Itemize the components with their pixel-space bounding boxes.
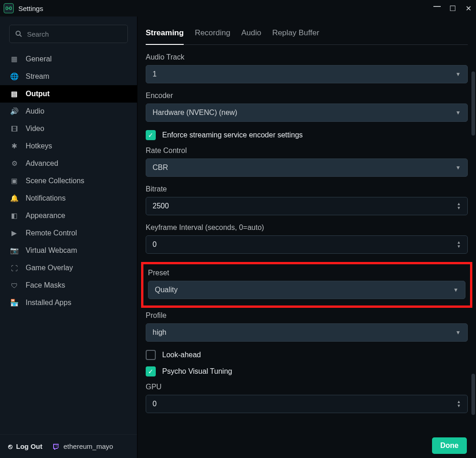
sidebar-item-label: Face Masks bbox=[26, 281, 65, 289]
close-button[interactable]: ✕ bbox=[464, 4, 472, 13]
user-chip[interactable]: ethereum_mayo bbox=[52, 442, 113, 450]
preset-highlight: Preset Quality ▼ bbox=[141, 262, 472, 308]
sidebar-item-audio[interactable]: 🔊Audio bbox=[0, 103, 137, 120]
sidebar-item-label: Notifications bbox=[26, 194, 66, 202]
sidebar-item-notifications[interactable]: 🔔Notifications bbox=[0, 190, 137, 207]
twitch-icon bbox=[52, 443, 60, 450]
audio-track-select[interactable]: 1 ▼ bbox=[146, 65, 468, 83]
sidebar-item-virtual-webcam[interactable]: 📷Virtual Webcam bbox=[0, 242, 137, 259]
gpu-value[interactable] bbox=[153, 400, 457, 408]
sidebar-item-advanced[interactable]: ⚙Advanced bbox=[0, 155, 137, 172]
tab-recording[interactable]: Recording bbox=[195, 25, 230, 44]
sidebar-item-scene-collections[interactable]: ▣Scene Collections bbox=[0, 172, 137, 190]
mask-icon: 🛡 bbox=[9, 282, 19, 289]
keyframe-input[interactable]: ▲▼ bbox=[146, 235, 468, 254]
play-icon: ▶ bbox=[9, 229, 19, 237]
film-icon: 🎞 bbox=[9, 125, 19, 133]
enforce-checkbox[interactable]: ✓ bbox=[146, 130, 156, 140]
encoder-select[interactable]: Hardware (NVENC) (new) ▼ bbox=[146, 104, 468, 122]
tab-audio[interactable]: Audio bbox=[241, 25, 261, 44]
sidebar-item-game-overlay[interactable]: ⛶Game Overlay bbox=[0, 259, 137, 277]
select-value: CBR bbox=[153, 164, 168, 172]
scrollbar-thumb[interactable] bbox=[471, 71, 475, 136]
bitrate-label: Bitrate bbox=[146, 185, 468, 193]
sidebar-item-label: Output bbox=[26, 90, 49, 98]
sidebar-item-video[interactable]: 🎞Video bbox=[0, 120, 137, 137]
globe-icon: 🌐 bbox=[9, 72, 19, 81]
logout-button[interactable]: ⎋ Log Out bbox=[8, 442, 42, 450]
lookahead-label: Look-ahead bbox=[162, 351, 201, 359]
search-input-wrap[interactable] bbox=[9, 25, 128, 43]
chip-icon: ▤ bbox=[9, 90, 19, 98]
window-title: Settings bbox=[18, 5, 43, 12]
done-button[interactable]: Done bbox=[432, 437, 467, 454]
sidebar-item-label: Remote Control bbox=[26, 229, 77, 237]
grid-icon: ▦ bbox=[9, 55, 19, 63]
sidebar-item-label: Video bbox=[26, 125, 44, 133]
sidebar-item-face-masks[interactable]: 🛡Face Masks bbox=[0, 277, 137, 294]
spinner-icon[interactable]: ▲▼ bbox=[457, 240, 461, 249]
gear-icon: ✱ bbox=[9, 142, 19, 150]
sidebar-item-label: Scene Collections bbox=[26, 177, 84, 185]
tab-streaming[interactable]: Streaming bbox=[146, 25, 184, 45]
select-value: 1 bbox=[153, 70, 157, 78]
search-icon bbox=[15, 30, 22, 38]
spinner-icon[interactable]: ▲▼ bbox=[457, 202, 461, 210]
palette-icon: ◧ bbox=[9, 212, 19, 220]
spinner-icon[interactable]: ▲▼ bbox=[457, 400, 461, 408]
audio-track-label: Audio Track bbox=[146, 53, 468, 61]
layers-icon: ▣ bbox=[9, 177, 19, 185]
sidebar-item-label: Appearance bbox=[26, 212, 65, 220]
gears-icon: ⚙ bbox=[9, 159, 19, 168]
sidebar-item-label: Advanced bbox=[26, 159, 58, 168]
rate-control-select[interactable]: CBR ▼ bbox=[146, 158, 468, 177]
maximize-button[interactable]: ☐ bbox=[449, 4, 457, 13]
sidebar-item-label: Audio bbox=[26, 107, 44, 115]
psycho-label: Psycho Visual Tuning bbox=[162, 367, 232, 376]
profile-label: Profile bbox=[146, 311, 468, 320]
chevron-down-icon: ▼ bbox=[455, 164, 461, 171]
svg-line-4 bbox=[20, 35, 22, 37]
chevron-down-icon: ▼ bbox=[455, 71, 461, 77]
gpu-label: GPU bbox=[146, 383, 468, 391]
lookahead-checkbox[interactable] bbox=[146, 350, 156, 360]
main-panel: Streaming Recording Audio Replay Buffer … bbox=[137, 16, 476, 458]
preset-select[interactable]: Quality ▼ bbox=[148, 281, 465, 299]
encoder-label: Encoder bbox=[146, 92, 468, 100]
sidebar-item-appearance[interactable]: ◧Appearance bbox=[0, 207, 137, 224]
minimize-button[interactable]: — bbox=[433, 2, 441, 11]
sidebar-item-general[interactable]: ▦General bbox=[0, 50, 137, 68]
svg-rect-1 bbox=[10, 7, 11, 10]
bitrate-input[interactable]: ▲▼ bbox=[146, 197, 468, 215]
bitrate-value[interactable] bbox=[153, 202, 457, 210]
sidebar-item-label: Virtual Webcam bbox=[26, 246, 77, 255]
sidebar-item-remote-control[interactable]: ▶Remote Control bbox=[0, 224, 137, 242]
sidebar-item-label: Hotkeys bbox=[26, 142, 52, 150]
svg-rect-0 bbox=[6, 7, 8, 10]
bell-icon: 🔔 bbox=[9, 194, 19, 202]
chevron-down-icon: ▼ bbox=[455, 109, 461, 116]
sidebar-item-stream[interactable]: 🌐Stream bbox=[0, 68, 137, 85]
rate-control-label: Rate Control bbox=[146, 147, 468, 155]
sidebar-item-hotkeys[interactable]: ✱Hotkeys bbox=[0, 137, 137, 155]
scrollbar-thumb[interactable] bbox=[471, 374, 475, 415]
store-icon: 🏪 bbox=[9, 299, 19, 307]
tab-replay-buffer[interactable]: Replay Buffer bbox=[272, 25, 319, 44]
keyframe-value[interactable] bbox=[153, 240, 457, 249]
logout-icon: ⎋ bbox=[8, 442, 12, 450]
sidebar: ▦General 🌐Stream ▤Output 🔊Audio 🎞Video ✱… bbox=[0, 16, 137, 458]
sidebar-item-output[interactable]: ▤Output bbox=[0, 85, 137, 103]
select-value: Quality bbox=[155, 286, 178, 294]
titlebar: Settings — ☐ ✕ bbox=[0, 0, 476, 16]
svg-point-3 bbox=[16, 31, 20, 35]
sidebar-item-installed-apps[interactable]: 🏪Installed Apps bbox=[0, 294, 137, 311]
gpu-input[interactable]: ▲▼ bbox=[146, 395, 468, 413]
keyframe-label: Keyframe Interval (seconds, 0=auto) bbox=[146, 224, 468, 232]
profile-select[interactable]: high ▼ bbox=[146, 323, 468, 342]
sidebar-item-label: General bbox=[26, 55, 52, 63]
select-value: Hardware (NVENC) (new) bbox=[153, 109, 237, 117]
search-input[interactable] bbox=[27, 30, 122, 38]
footer: Done bbox=[137, 433, 476, 458]
psycho-checkbox[interactable]: ✓ bbox=[146, 366, 156, 376]
camera-icon: 📷 bbox=[9, 246, 19, 255]
